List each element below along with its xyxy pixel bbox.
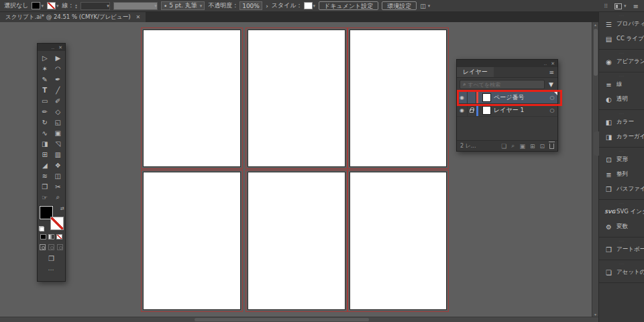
shape-builder-tool[interactable]: ◨ [38,138,52,149]
target-circle-icon[interactable]: ○ [547,107,557,113]
edit-toolbar-icon[interactable]: ⋯ [38,266,65,273]
tab-layers[interactable]: レイヤー [457,67,494,77]
close-icon[interactable]: ✕ [58,45,62,50]
document-setup-button[interactable]: ドキュメント設定 [319,1,378,10]
line-segment-tool[interactable]: ╱ [52,85,65,95]
menu-icon[interactable]: ≡ [633,3,639,10]
swap-fill-stroke-icon[interactable]: ⇄ [60,206,64,211]
dock-item-color-guide[interactable]: ◨ カラーガイド [599,129,644,144]
delete-layer-icon[interactable] [549,144,554,149]
workspace-switcher[interactable]: ▾ [614,3,627,9]
hand-tool[interactable]: ☞ [38,192,52,203]
layer-row-layer-1[interactable]: ◉ レイヤー 1 ○ [457,104,557,117]
layer-row-page-number[interactable]: ◉ ページ番号 ○ [457,91,557,104]
mesh-tool[interactable]: ⊞ [38,149,52,160]
close-icon[interactable]: ✕ [136,14,141,20]
free-transform-tool[interactable]: ▣ [52,127,65,138]
stroke-color-dropdown[interactable]: ▾ [47,2,59,9]
dock-item-align[interactable]: ≣ 整列 [599,167,644,182]
fill-color-dropdown[interactable]: ▾ [32,2,44,9]
gradient-tool[interactable]: ▥ [52,149,65,160]
stroke-swatch[interactable] [50,217,64,230]
dock-item-artboards[interactable]: ❐ アートボード [599,242,644,257]
column-graph-tool[interactable]: ◫ [52,170,65,181]
visibility-eye-icon[interactable]: ◉ [457,104,468,116]
search-input[interactable] [468,82,541,88]
layer-thumbnail[interactable] [482,93,491,102]
vertical-scrollbar[interactable]: ▴ ▾ [592,22,598,317]
close-icon[interactable]: ✕ [551,61,555,66]
blend-tool[interactable]: ❖ [52,160,65,170]
artboard-2[interactable] [248,30,345,167]
slice-tool[interactable]: ✂ [52,181,65,192]
opacity-field[interactable]: 100% [239,1,262,10]
vertical-scroll-thumb[interactable] [594,29,598,76]
artboard-4[interactable] [143,172,241,310]
layer-name[interactable]: レイヤー 1 [494,106,547,115]
dock-item-stroke[interactable]: ≡ 線 [599,77,644,92]
dock-item-svg-interactivity[interactable]: SVG SVG インタ... [599,205,644,219]
horizontal-scrollbar[interactable] [0,317,598,322]
stroke-weight-dropdown[interactable]: ▾ [80,2,110,10]
dock-item-pathfinder[interactable]: ❒ パスファイン... [599,182,644,197]
preferences-button[interactable]: 環境設定 [382,1,417,10]
panel-menu-icon[interactable]: ≡ [545,69,557,76]
curvature-tool[interactable]: ✎ [38,74,52,85]
rotate-tool[interactable]: ↻ [38,117,52,127]
direct-selection-tool[interactable]: ▶ [52,52,65,63]
symbol-sprayer-tool[interactable]: ≋ [38,170,52,181]
collect-for-export-icon[interactable]: ❏ [501,143,506,150]
lock-toggle[interactable] [468,91,476,103]
panel-drag-dots-icon[interactable]: ‥ [51,45,54,50]
width-profile-dropdown[interactable]: ▾ [113,2,158,10]
gradient-paint-icon[interactable] [48,234,54,239]
artboard-5[interactable] [248,172,345,310]
lasso-tool[interactable]: ◠ [52,63,65,74]
scale-tool[interactable]: ◱ [52,117,65,127]
new-sublayer-icon[interactable]: ⊞ [530,143,535,150]
draw-inside-icon[interactable] [57,244,63,250]
expand-chevron-icon[interactable]: › [266,3,268,9]
artboard-tool[interactable]: ❐ [38,181,52,192]
dock-item-transparency[interactable]: ◐ 透明 [599,92,644,107]
brush-definition-dropdown[interactable]: • 5 pt. 丸筆 ▾ [161,1,205,10]
filter-icon[interactable]: ▼ [547,81,555,88]
dock-item-appearance[interactable]: ◉ アピアランス [599,54,644,69]
panel-drag-dots-icon[interactable]: ‥ [543,61,547,66]
dock-item-color[interactable]: ◧ カラー [599,115,644,129]
new-layer-icon[interactable]: ⊡ [539,143,545,150]
magic-wand-tool[interactable]: ✶ [38,63,52,74]
dock-item-properties[interactable]: ☰ プロパティ [599,17,644,32]
layer-name[interactable]: ページ番号 [494,93,547,102]
lock-toggle[interactable] [468,104,476,116]
artboard-6[interactable] [350,172,447,310]
rectangle-tool[interactable]: ▭ [38,95,52,106]
eraser-tool[interactable]: ◇ [52,106,65,117]
stroke-weight-stepper[interactable]: ▴ ▾ [75,3,77,9]
fill-color-swatch[interactable] [32,2,40,9]
type-tool[interactable]: T [38,85,52,95]
default-fill-stroke-icon[interactable] [39,226,44,231]
visibility-eye-icon[interactable]: ◉ [457,91,468,103]
color-paint-icon[interactable] [40,234,46,239]
style-swatch[interactable] [304,2,313,9]
stroke-none-swatch[interactable] [47,2,56,9]
pen-tool[interactable]: ✒ [52,74,65,85]
arrange-documents-icon[interactable]: ⠿ [604,3,608,9]
change-screen-mode-icon[interactable]: ❐ [38,255,65,262]
pencil-tool[interactable]: ✏ [38,106,52,117]
dock-item-variables[interactable]: ⚙ 変数 [599,219,644,234]
locate-object-icon[interactable]: ⌕ [511,142,515,150]
artboard-3[interactable] [350,30,447,167]
draw-behind-icon[interactable] [48,244,54,250]
dock-item-asset-export[interactable]: ❏ アセットの... [599,265,644,280]
eyedropper-tool[interactable]: ◢ [38,160,52,170]
scroll-down-icon[interactable]: ▾ [594,312,596,317]
perspective-grid-tool[interactable]: ◹ [52,138,65,149]
stepper-down-icon[interactable]: ▾ [75,6,77,9]
dock-collapse-handle[interactable] [594,131,599,156]
none-paint-icon[interactable] [56,234,62,239]
scroll-up-icon[interactable]: ▴ [594,22,596,27]
selection-tool[interactable]: ▷ [38,52,52,63]
document-tab[interactable]: スクリプト.ai* @ 24.51 % (CMYK/プレビュー) ✕ [0,12,146,22]
